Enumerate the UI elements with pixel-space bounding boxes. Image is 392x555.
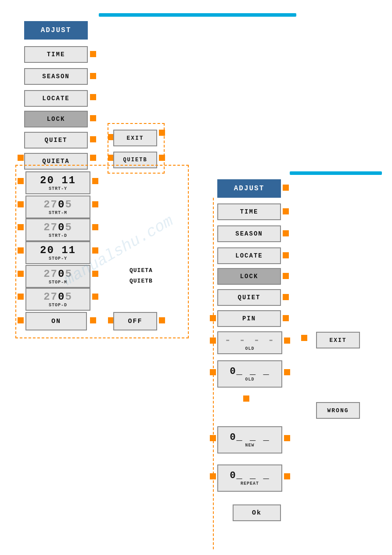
blue-bar-right — [290, 171, 382, 175]
orange-sq — [243, 395, 249, 402]
orange-sq — [283, 315, 289, 321]
orange-sq — [301, 335, 307, 341]
orange-sq — [283, 252, 289, 258]
pin-repeat-value: 0_ _ _ — [230, 470, 270, 481]
orange-sq — [284, 473, 290, 479]
orange-sq — [283, 185, 289, 191]
season-section-border — [15, 165, 189, 338]
orange-sq — [90, 136, 96, 142]
time-button-right[interactable]: TIME — [217, 203, 281, 220]
orange-sq — [284, 369, 290, 375]
orange-sq — [283, 230, 289, 236]
connector-line-right — [213, 198, 218, 549]
pin-old-dashes-label: OLD — [245, 346, 254, 351]
pin-old-entry-box: 0_ _ _ OLD — [217, 360, 282, 388]
season-button-left[interactable]: SEASON — [24, 68, 88, 85]
pin-old-entry-label: OLD — [245, 377, 254, 382]
orange-sq — [18, 155, 24, 161]
season-button-right[interactable]: SEASON — [217, 225, 281, 242]
orange-sq — [90, 115, 96, 121]
pin-repeat-box: 0_ _ _ REPEAT — [217, 464, 282, 492]
pin-old-dashes-value: - - - - — [225, 334, 275, 346]
orange-sq — [90, 155, 96, 161]
ok-button[interactable]: Ok — [233, 504, 281, 521]
pin-old-dashes-box: - - - - OLD — [217, 331, 282, 354]
pin-old-entry-value: 0_ _ _ — [230, 366, 270, 377]
pin-new-label: NEW — [245, 443, 254, 448]
blue-bar-left — [99, 13, 296, 17]
adjust-button-right[interactable]: ADJUST — [217, 179, 281, 198]
orange-sq — [284, 337, 290, 344]
lock-button-right[interactable]: LOCK — [217, 268, 281, 285]
orange-sq — [283, 273, 289, 279]
orange-sq — [90, 94, 96, 100]
orange-sq — [90, 73, 96, 79]
pin-new-box: 0_ _ _ NEW — [217, 426, 282, 453]
orange-sq — [90, 51, 96, 57]
exit-quietb-border — [108, 123, 165, 174]
orange-sq — [284, 435, 290, 441]
lock-button-left[interactable]: LOCK — [24, 111, 88, 127]
orange-sq — [283, 294, 289, 300]
adjust-button-left[interactable]: ADJUST — [24, 21, 88, 40]
locate-button-left[interactable]: LOCATE — [24, 90, 88, 107]
time-button-left[interactable]: TIME — [24, 46, 88, 63]
locate-button-right[interactable]: LOCATE — [217, 247, 281, 264]
quiet-button-right[interactable]: QUIET — [217, 289, 281, 306]
pin-button-right[interactable]: PIN — [217, 310, 281, 327]
orange-sq — [283, 208, 289, 214]
wrong-button[interactable]: WRONG — [316, 402, 360, 419]
pin-new-value: 0_ _ _ — [230, 432, 270, 443]
exit-button-right[interactable]: EXIT — [316, 332, 360, 348]
quiet-button-left[interactable]: QUIET — [24, 132, 88, 149]
pin-repeat-label: REPEAT — [241, 481, 259, 486]
